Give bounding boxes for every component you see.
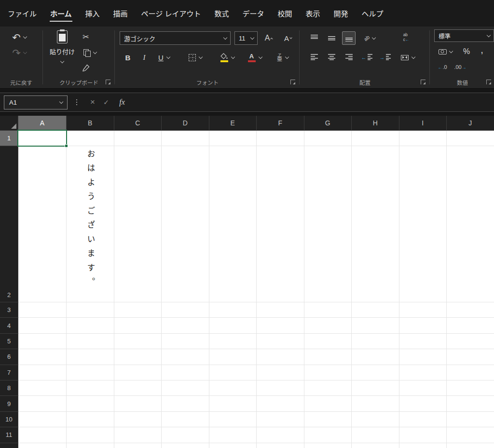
- cell-H6[interactable]: [352, 349, 399, 365]
- cell-G12[interactable]: [304, 443, 352, 448]
- cell-A9[interactable]: [18, 396, 67, 411]
- undo-button[interactable]: ↶: [9, 30, 30, 44]
- cell-F12[interactable]: [257, 443, 304, 448]
- column-header-I[interactable]: I: [399, 116, 447, 130]
- cell-D4[interactable]: [162, 318, 209, 333]
- cell-I3[interactable]: [399, 302, 447, 318]
- cell-B4[interactable]: [67, 318, 114, 333]
- cell-J9[interactable]: [447, 396, 494, 411]
- cell-E3[interactable]: [209, 302, 257, 318]
- cell-I7[interactable]: [399, 365, 447, 380]
- formula-input[interactable]: [133, 93, 494, 111]
- cell-D3[interactable]: [162, 302, 209, 318]
- cell-H12[interactable]: [352, 443, 399, 448]
- column-header-E[interactable]: E: [209, 116, 257, 130]
- column-header-G[interactable]: G: [304, 116, 352, 130]
- fill-handle[interactable]: [65, 144, 68, 148]
- align-right-button[interactable]: [342, 51, 356, 64]
- cell-I10[interactable]: [399, 412, 447, 427]
- cell-A8[interactable]: [18, 380, 67, 396]
- formula-bar-grip[interactable]: [76, 99, 77, 106]
- cell-A10[interactable]: [18, 412, 67, 427]
- number-format-combo[interactable]: 標準: [434, 29, 494, 42]
- menu-tab-file[interactable]: ファイル: [1, 0, 43, 27]
- cell-C9[interactable]: [114, 396, 162, 411]
- cell-J3[interactable]: [447, 302, 494, 318]
- increase-indent-button[interactable]: →: [377, 51, 392, 64]
- accounting-format-button[interactable]: [436, 46, 455, 57]
- menu-tab-formulas[interactable]: 数式: [207, 0, 235, 27]
- column-header-C[interactable]: C: [114, 116, 162, 130]
- font-color-button[interactable]: A: [244, 51, 265, 64]
- cell-D5[interactable]: [162, 334, 209, 349]
- cell-A7[interactable]: [18, 365, 67, 380]
- menu-tab-review[interactable]: 校閲: [271, 0, 299, 27]
- cell-I8[interactable]: [399, 380, 447, 396]
- cell-D9[interactable]: [162, 396, 209, 411]
- cell-H4[interactable]: [352, 318, 399, 333]
- cell-G9[interactable]: [304, 396, 352, 411]
- cell-B10[interactable]: [67, 412, 114, 427]
- cell-F4[interactable]: [257, 318, 304, 333]
- cell-B5[interactable]: [67, 334, 114, 349]
- cell-G11[interactable]: [304, 427, 352, 443]
- row-header-10[interactable]: 10: [0, 412, 18, 427]
- cell-C7[interactable]: [114, 365, 162, 380]
- cell-J6[interactable]: [447, 349, 494, 365]
- cell-C8[interactable]: [114, 380, 162, 396]
- cell-D8[interactable]: [162, 380, 209, 396]
- cell-J1[interactable]: [447, 131, 494, 146]
- cell-C10[interactable]: [114, 412, 162, 427]
- cell-C4[interactable]: [114, 318, 162, 333]
- cut-button[interactable]: ✂: [79, 30, 93, 43]
- cell-A12[interactable]: [18, 443, 67, 448]
- cell-J7[interactable]: [447, 365, 494, 380]
- column-header-H[interactable]: H: [352, 116, 399, 130]
- cell-C2[interactable]: [114, 146, 162, 302]
- column-header-F[interactable]: F: [257, 116, 304, 130]
- cell-G1[interactable]: [304, 131, 352, 146]
- cell-E9[interactable]: [209, 396, 257, 411]
- menu-tab-view[interactable]: 表示: [299, 0, 327, 27]
- cell-E5[interactable]: [209, 334, 257, 349]
- menu-tab-page-layout[interactable]: ページ レイアウト: [135, 0, 208, 27]
- cell-D10[interactable]: [162, 412, 209, 427]
- fill-color-button[interactable]: [216, 51, 238, 64]
- cell-G5[interactable]: [304, 334, 352, 349]
- cell-D11[interactable]: [162, 427, 209, 443]
- align-bottom-button[interactable]: [342, 31, 356, 45]
- cell-G2[interactable]: [304, 146, 352, 302]
- row-header-2[interactable]: 2: [0, 146, 18, 302]
- font-size-combo[interactable]: 11: [234, 31, 258, 45]
- cell-I5[interactable]: [399, 334, 447, 349]
- cell-I1[interactable]: [399, 131, 447, 146]
- cell-J12[interactable]: [447, 443, 494, 448]
- underline-button[interactable]: U: [154, 51, 174, 64]
- cell-I9[interactable]: [399, 396, 447, 411]
- cell-B3[interactable]: [67, 302, 114, 318]
- cell-H7[interactable]: [352, 365, 399, 380]
- cell-H3[interactable]: [352, 302, 399, 318]
- cell-I4[interactable]: [399, 318, 447, 333]
- cell-E2[interactable]: [209, 146, 257, 302]
- enter-button[interactable]: ✓: [100, 93, 112, 111]
- column-header-D[interactable]: D: [162, 116, 209, 130]
- cell-C3[interactable]: [114, 302, 162, 318]
- cell-F2[interactable]: [257, 146, 304, 302]
- menu-tab-help[interactable]: ヘルプ: [355, 0, 390, 27]
- cell-F5[interactable]: [257, 334, 304, 349]
- cell-J2[interactable]: [447, 146, 494, 302]
- cell-F3[interactable]: [257, 302, 304, 318]
- merge-center-button[interactable]: [396, 51, 419, 64]
- cell-J11[interactable]: [447, 427, 494, 443]
- cell-A2[interactable]: [18, 146, 67, 302]
- phonetic-guide-button[interactable]: ア 亜: [272, 51, 293, 64]
- cell-E10[interactable]: [209, 412, 257, 427]
- decrease-decimal-button[interactable]: .00 →: [452, 61, 468, 73]
- align-top-button[interactable]: [307, 31, 321, 45]
- cell-J4[interactable]: [447, 318, 494, 333]
- italic-button[interactable]: I: [138, 51, 151, 64]
- menu-tab-home[interactable]: ホーム: [43, 0, 79, 27]
- cell-F10[interactable]: [257, 412, 304, 427]
- cell-A5[interactable]: [18, 334, 67, 349]
